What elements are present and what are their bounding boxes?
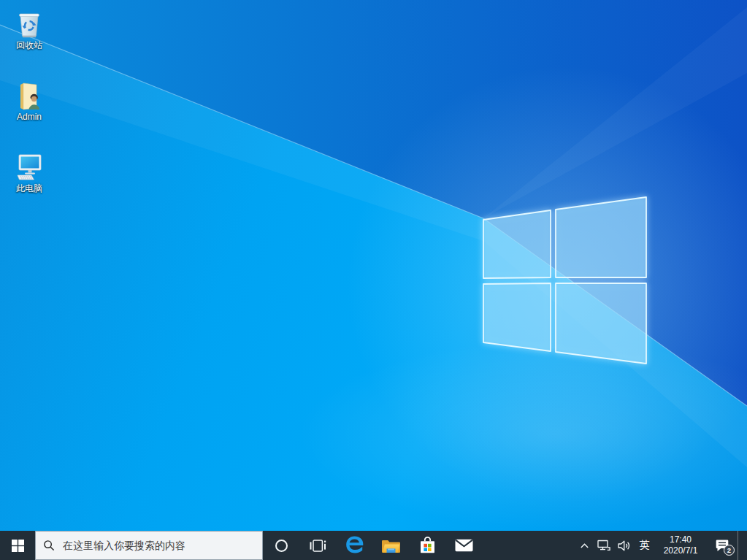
network-ethernet-icon xyxy=(597,540,611,551)
task-view-button[interactable] xyxy=(299,531,336,560)
wallpaper-windows-logo xyxy=(0,0,747,531)
ime-indicator-button[interactable]: 英 xyxy=(635,531,654,560)
taskbar: 英 17:40 2020/7/1 2 xyxy=(0,531,747,560)
mail-button[interactable] xyxy=(445,531,482,560)
mail-icon xyxy=(455,539,473,552)
desktop-icon-label: Admin xyxy=(17,112,42,122)
this-pc-icon xyxy=(12,147,46,183)
edge-icon xyxy=(343,534,365,556)
search-icon xyxy=(43,540,55,551)
taskbar-clock[interactable]: 17:40 2020/7/1 xyxy=(654,531,707,560)
system-tray: 英 17:40 2020/7/1 2 xyxy=(575,531,747,560)
desktop-icon-label: 此电脑 xyxy=(16,184,42,193)
user-folder-icon xyxy=(12,76,46,111)
network-button[interactable] xyxy=(594,531,614,560)
edge-button[interactable] xyxy=(336,531,372,560)
show-desktop-button[interactable] xyxy=(738,531,747,560)
desktop-icon-label: 回收站 xyxy=(16,41,42,50)
store-button[interactable] xyxy=(409,531,445,560)
task-view-icon xyxy=(310,540,326,552)
desktop-icon-admin-folder[interactable]: Admin xyxy=(1,76,57,130)
chevron-up-icon xyxy=(581,543,589,548)
cortana-icon xyxy=(275,540,288,552)
start-button[interactable] xyxy=(0,531,35,560)
desktop-icon-this-pc[interactable]: 此电脑 xyxy=(1,147,57,202)
windows-logo-icon xyxy=(12,540,24,552)
desktop[interactable]: 回收站 Admin xyxy=(0,0,747,531)
file-explorer-icon xyxy=(381,538,401,553)
windows-desktop-screen: 回收站 Admin xyxy=(0,0,747,560)
action-center-button[interactable]: 2 xyxy=(707,531,738,560)
store-icon xyxy=(419,537,436,554)
desktop-icon-recycle-bin[interactable]: 回收站 xyxy=(1,4,57,58)
speaker-icon xyxy=(618,540,632,551)
cortana-button[interactable] xyxy=(263,531,299,560)
file-explorer-button[interactable] xyxy=(372,531,409,560)
ime-label: 英 xyxy=(640,539,650,552)
recycle-bin-icon xyxy=(12,4,46,39)
show-hidden-icons-button[interactable] xyxy=(575,531,594,560)
clock-time: 17:40 xyxy=(670,534,692,545)
volume-button[interactable] xyxy=(614,531,635,560)
search-input[interactable] xyxy=(61,539,255,552)
notification-badge: 2 xyxy=(724,545,735,556)
taskbar-search[interactable] xyxy=(35,531,263,560)
clock-date: 2020/7/1 xyxy=(664,545,698,556)
